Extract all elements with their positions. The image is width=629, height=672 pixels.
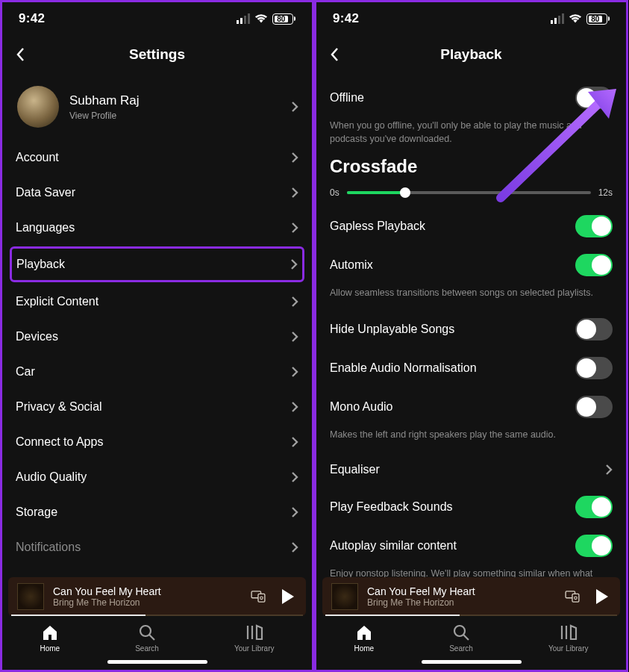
settings-item-devices[interactable]: Devices — [16, 319, 298, 354]
chevron-right-icon — [291, 101, 298, 113]
chevron-right-icon — [605, 464, 613, 476]
svg-point-10 — [454, 626, 465, 636]
toggle-label: Hide Unplayable Songs — [330, 323, 454, 336]
home-icon — [41, 623, 59, 641]
toggle-switch[interactable] — [575, 254, 613, 276]
chevron-right-icon — [291, 541, 298, 553]
signal-icon — [551, 13, 564, 24]
item-label: Languages — [16, 221, 75, 234]
equaliser-row[interactable]: Equaliser — [330, 452, 613, 488]
toggle-label: Play Feedback Sounds — [330, 500, 453, 514]
album-art — [17, 583, 44, 610]
item-label: Data Saver — [16, 186, 75, 199]
svg-line-4 — [149, 635, 154, 640]
settings-item-audio-quality[interactable]: Audio Quality — [16, 459, 298, 494]
settings-item-connect-to-apps[interactable]: Connect to Apps — [16, 424, 298, 459]
offline-toggle[interactable] — [575, 87, 613, 109]
settings-screen: 9:42 80 Settings Subham Raj View Profile… — [0, 0, 314, 672]
settings-item-notifications[interactable]: Notifications — [16, 529, 298, 564]
profile-row[interactable]: Subham Raj View Profile — [16, 78, 298, 140]
settings-item-account[interactable]: Account — [16, 140, 298, 175]
status-time: 9:42 — [333, 11, 359, 26]
battery-icon: 80 — [272, 13, 295, 25]
status-icons: 80 — [551, 13, 610, 25]
home-indicator[interactable] — [107, 660, 207, 664]
item-label: Playback — [16, 258, 65, 271]
slider-max: 12s — [598, 187, 613, 198]
toggle-row-mono-audio[interactable]: Mono Audio — [330, 388, 613, 426]
home-indicator[interactable] — [422, 660, 522, 664]
chevron-right-icon — [291, 401, 298, 413]
nav-search[interactable]: Search — [135, 623, 159, 653]
home-icon — [355, 623, 373, 641]
track-artist: Bring Me The Horizon — [53, 597, 242, 608]
settings-item-privacy-social[interactable]: Privacy & Social — [16, 389, 298, 424]
toggle-row-gapless-playback[interactable]: Gapless Playback — [330, 207, 613, 246]
search-icon — [452, 623, 470, 641]
offline-row[interactable]: Offline — [330, 78, 613, 117]
playback-list[interactable]: Offline When you go offline, you'll only… — [316, 74, 626, 577]
toggle-switch[interactable] — [575, 535, 613, 557]
item-label: Privacy & Social — [16, 400, 102, 414]
devices-icon[interactable] — [565, 591, 580, 603]
toggle-switch[interactable] — [575, 318, 613, 340]
status-bar: 9:42 80 — [2, 2, 312, 35]
signal-icon — [237, 13, 250, 24]
status-icons: 80 — [237, 13, 295, 25]
chevron-right-icon — [291, 471, 298, 483]
toggle-row-hide-unplayable-songs[interactable]: Hide Unplayable Songs — [330, 310, 613, 349]
toggle-switch[interactable] — [575, 496, 613, 518]
settings-list[interactable]: Subham Raj View Profile Account Data Sav… — [2, 74, 312, 577]
item-label: Audio Quality — [16, 470, 87, 484]
avatar — [17, 86, 59, 128]
status-bar: 9:42 80 — [316, 2, 626, 35]
toggle-label: Gapless Playback — [330, 220, 425, 233]
now-playing-bar[interactable]: Can You Feel My Heart Bring Me The Horiz… — [322, 577, 620, 616]
header: Settings — [2, 35, 312, 74]
toggle-row-autoplay-similar-content[interactable]: Autoplay similar content — [330, 526, 613, 565]
album-art — [331, 583, 358, 610]
toggle-label: Enable Audio Normalisation — [330, 361, 477, 375]
status-time: 9:42 — [19, 11, 45, 26]
nav-search[interactable]: Search — [449, 623, 473, 653]
nav-library[interactable]: Your Library — [234, 623, 275, 653]
library-icon — [560, 623, 578, 641]
item-label: Devices — [16, 330, 58, 343]
crossfade-slider-row: 0s 12s — [330, 187, 613, 198]
toggle-row-enable-audio-normalisation[interactable]: Enable Audio Normalisation — [330, 349, 613, 388]
settings-item-storage[interactable]: Storage — [16, 494, 298, 529]
back-button[interactable] — [16, 47, 25, 62]
nav-home[interactable]: Home — [354, 623, 375, 653]
equaliser-label: Equaliser — [330, 463, 380, 476]
toggle-switch[interactable] — [575, 215, 613, 237]
devices-icon[interactable] — [251, 591, 266, 603]
chevron-right-icon — [291, 187, 298, 199]
toggle-row-automix[interactable]: Automix — [330, 246, 613, 284]
toggle-row-play-feedback-sounds[interactable]: Play Feedback Sounds — [330, 488, 613, 526]
settings-item-car[interactable]: Car — [16, 354, 298, 389]
wifi-icon — [569, 13, 582, 24]
header-title: Playback — [316, 46, 626, 63]
toggle-switch[interactable] — [575, 357, 613, 379]
back-button[interactable] — [330, 47, 339, 62]
chevron-right-icon — [291, 366, 298, 378]
playback-progress — [325, 615, 617, 616]
track-title: Can You Feel My Heart — [53, 585, 242, 597]
play-button[interactable] — [596, 589, 608, 604]
track-artist: Bring Me The Horizon — [367, 597, 556, 608]
header: Playback — [316, 35, 626, 74]
offline-desc: When you go offline, you'll only be able… — [330, 119, 613, 146]
settings-item-languages[interactable]: Languages — [16, 210, 298, 245]
settings-item-playback[interactable]: Playback — [10, 246, 304, 282]
settings-item-explicit-content[interactable]: Explicit Content — [16, 284, 298, 319]
offline-label: Offline — [330, 91, 364, 105]
now-playing-bar[interactable]: Can You Feel My Heart Bring Me The Horiz… — [8, 577, 306, 616]
nav-home[interactable]: Home — [40, 623, 60, 653]
nav-library[interactable]: Your Library — [548, 623, 589, 653]
toggle-switch[interactable] — [575, 396, 613, 418]
toggle-label: Automix — [330, 258, 373, 272]
settings-item-data-saver[interactable]: Data Saver — [16, 175, 298, 210]
svg-point-3 — [140, 626, 151, 636]
crossfade-slider[interactable] — [347, 191, 591, 194]
play-button[interactable] — [282, 589, 294, 604]
